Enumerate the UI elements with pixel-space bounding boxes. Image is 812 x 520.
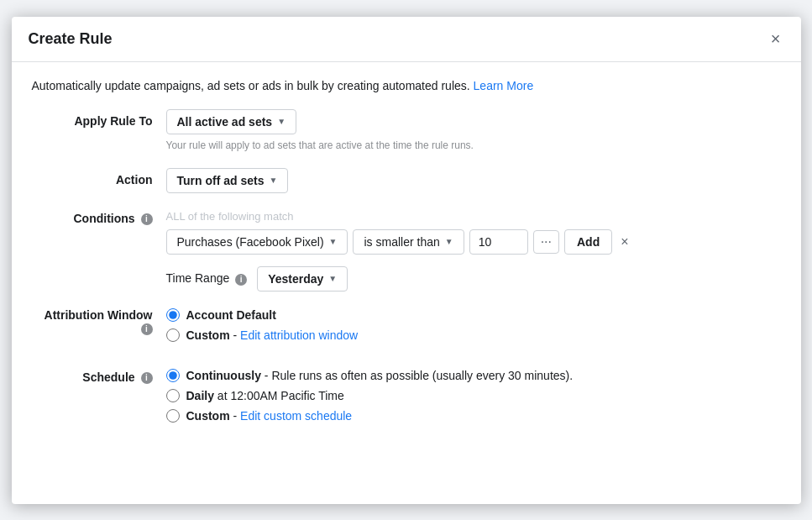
attribution-account-default-radio[interactable] xyxy=(166,308,180,322)
schedule-custom-label: Custom - Edit custom schedule xyxy=(186,409,353,423)
conditions-content: ALL of the following match Purchases (Fa… xyxy=(166,210,781,292)
apply-rule-dropdown[interactable]: All active ad sets ▼ xyxy=(166,109,297,134)
schedule-continuously-label: Continuously - Rule runs as often as pos… xyxy=(186,369,574,382)
action-content: Turn off ad sets ▼ xyxy=(166,168,781,193)
schedule-continuously-row: Continuously - Rule runs as often as pos… xyxy=(166,369,781,382)
metric-caret-icon: ▼ xyxy=(329,237,338,246)
schedule-daily-label: Daily at 12:00AM Pacific Time xyxy=(186,389,344,402)
action-dropdown-label: Turn off ad sets xyxy=(177,174,265,187)
attribution-account-default-row: Account Default xyxy=(166,308,781,322)
condition-row: Purchases (Facebook Pixel) ▼ is smaller … xyxy=(166,229,781,255)
time-range-dropdown-label: Yesterday xyxy=(268,272,323,286)
close-button[interactable]: × xyxy=(767,30,784,47)
apply-rule-row: Apply Rule To All active ad sets ▼ Your … xyxy=(32,109,781,151)
attribution-window-row: Attribution Window i Account Default Cus… xyxy=(32,303,781,349)
attribution-window-label: Attribution Window i xyxy=(32,303,166,335)
modal-title: Create Rule xyxy=(29,30,113,48)
action-row: Action Turn off ad sets ▼ xyxy=(32,168,781,193)
modal-header: Create Rule × xyxy=(12,17,801,62)
operator-dropdown-label: is smaller than xyxy=(364,235,439,249)
add-condition-button[interactable]: Add xyxy=(564,229,612,255)
ellipsis-button[interactable]: ··· xyxy=(533,230,559,254)
apply-rule-dropdown-label: All active ad sets xyxy=(177,115,273,129)
schedule-content: Continuously - Rule runs as often as pos… xyxy=(166,369,781,429)
all-match-text: ALL of the following match xyxy=(166,210,781,223)
attribution-account-default-label: Account Default xyxy=(186,308,276,322)
remove-condition-button[interactable]: × xyxy=(617,231,631,253)
attribution-info-icon: i xyxy=(141,323,153,335)
time-range-row: Time Range i Yesterday ▼ xyxy=(166,266,781,292)
schedule-row: Schedule i Continuously - Rule runs as o… xyxy=(32,365,781,429)
apply-rule-hint: Your rule will apply to ad sets that are… xyxy=(166,139,781,151)
conditions-info-icon: i xyxy=(141,213,153,225)
schedule-custom-row: Custom - Edit custom schedule xyxy=(166,409,781,423)
learn-more-link[interactable]: Learn More xyxy=(474,79,534,92)
conditions-row: Conditions i ALL of the following match … xyxy=(32,210,781,292)
action-label: Action xyxy=(32,168,166,186)
attribution-custom-row: Custom - Edit attribution window xyxy=(166,328,781,342)
edit-attribution-link[interactable]: Edit attribution window xyxy=(240,328,358,342)
schedule-info-icon: i xyxy=(141,372,153,384)
apply-rule-label: Apply Rule To xyxy=(32,109,166,128)
create-rule-modal: Create Rule × Automatically update campa… xyxy=(12,17,801,504)
schedule-label: Schedule i xyxy=(32,365,166,384)
apply-rule-caret-icon: ▼ xyxy=(277,117,286,126)
modal-overlay: Create Rule × Automatically update campa… xyxy=(0,0,812,520)
attribution-custom-radio[interactable] xyxy=(166,328,180,342)
attribution-window-content: Account Default Custom - Edit attributio… xyxy=(166,308,781,349)
edit-custom-schedule-link[interactable]: Edit custom schedule xyxy=(240,409,352,423)
description-row: Automatically update campaigns, ad sets … xyxy=(32,79,781,92)
time-range-info-icon: i xyxy=(235,274,247,286)
modal-body: Automatically update campaigns, ad sets … xyxy=(12,62,801,471)
operator-dropdown[interactable]: is smaller than ▼ xyxy=(353,229,464,255)
operator-caret-icon: ▼ xyxy=(445,237,453,246)
conditions-label: Conditions i xyxy=(32,210,166,225)
schedule-daily-radio[interactable] xyxy=(166,389,180,402)
schedule-continuously-radio[interactable] xyxy=(166,369,180,382)
attribution-custom-label: Custom - Edit attribution window xyxy=(186,328,359,342)
metric-dropdown[interactable]: Purchases (Facebook Pixel) ▼ xyxy=(166,229,348,255)
metric-dropdown-label: Purchases (Facebook Pixel) xyxy=(177,235,324,249)
time-range-label: Time Range i xyxy=(166,271,248,285)
description-text: Automatically update campaigns, ad sets … xyxy=(32,79,470,92)
apply-rule-content: All active ad sets ▼ Your rule will appl… xyxy=(166,109,781,151)
time-range-dropdown[interactable]: Yesterday ▼ xyxy=(257,266,348,292)
condition-value-input[interactable] xyxy=(469,229,528,255)
schedule-custom-radio[interactable] xyxy=(166,409,180,423)
action-caret-icon: ▼ xyxy=(269,176,277,185)
time-range-caret-icon: ▼ xyxy=(328,274,337,283)
action-dropdown[interactable]: Turn off ad sets ▼ xyxy=(166,168,289,193)
schedule-daily-row: Daily at 12:00AM Pacific Time xyxy=(166,389,781,402)
